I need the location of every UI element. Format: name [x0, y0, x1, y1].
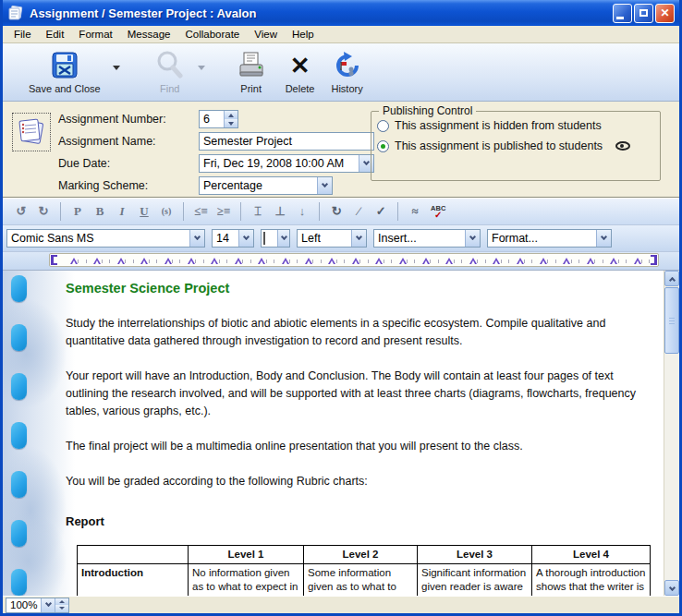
scroll-up-button[interactable]	[664, 271, 679, 286]
undo-icon[interactable]: ↺	[15, 204, 28, 219]
font-color-dropdown-button[interactable]	[277, 230, 289, 247]
find-button[interactable]: Find	[151, 47, 189, 96]
binding-pill-icon	[11, 324, 27, 351]
tab-stop-icon[interactable]: ⌶	[251, 204, 264, 219]
tab-stop-marker[interactable]	[188, 258, 195, 264]
italic-icon[interactable]: I	[116, 204, 128, 219]
tab-stop-marker[interactable]	[469, 258, 477, 264]
format-dropdown-button[interactable]	[596, 230, 611, 247]
font-color-combobox[interactable]	[261, 229, 290, 248]
marking-scheme-combobox[interactable]: Percentage	[199, 176, 333, 195]
zoom-down-button[interactable]	[55, 605, 68, 612]
maximize-button[interactable]	[634, 4, 653, 23]
tab-stop-marker[interactable]	[352, 258, 359, 264]
tab-stop-marker[interactable]	[540, 258, 547, 264]
plain-style-icon[interactable]: P	[71, 204, 84, 219]
ruler-left-margin-marker[interactable]	[51, 255, 57, 265]
tab-stop-marker[interactable]	[328, 258, 335, 264]
redo-icon[interactable]: ↻	[37, 204, 50, 219]
find-dropdown[interactable]	[195, 51, 208, 84]
menu-help[interactable]: Help	[285, 28, 322, 41]
font-size-dropdown-button[interactable]	[238, 230, 253, 247]
tab-stop-marker[interactable]	[93, 258, 101, 264]
ruler-right-margin-marker[interactable]	[651, 255, 657, 265]
font-family-combobox[interactable]: Comic Sans MS	[6, 229, 205, 248]
rotate-icon[interactable]: ↻	[330, 204, 343, 219]
tab-stop-marker[interactable]	[70, 258, 78, 264]
menu-message[interactable]: Message	[120, 28, 178, 41]
insert-dropdown-button[interactable]	[465, 230, 480, 247]
font-family-dropdown-button[interactable]	[189, 230, 204, 247]
vertical-scrollbar[interactable]	[664, 271, 679, 596]
zoom-control[interactable]: 100%	[6, 598, 69, 613]
zoom-dropdown-button[interactable]	[41, 598, 55, 612]
publish-option-published[interactable]: This assignment is published to students	[377, 136, 654, 156]
format-combobox[interactable]: Format...	[487, 229, 612, 248]
align-dropdown-button[interactable]	[351, 230, 366, 247]
document-content[interactable]: Semester Science Project Study the inter…	[66, 276, 656, 596]
tab-stop-marker[interactable]	[422, 258, 430, 264]
scrollbar-thumb[interactable]	[664, 287, 679, 354]
spin-down-button[interactable]	[225, 119, 237, 127]
menu-edit[interactable]: Edit	[39, 28, 72, 41]
menu-collaborate[interactable]: Collaborate	[177, 28, 247, 41]
signature-icon[interactable]: ≈	[408, 204, 421, 219]
tab-stop-marker[interactable]	[282, 258, 289, 264]
tab-stop-marker[interactable]	[445, 258, 453, 264]
close-button[interactable]: ✕	[655, 4, 675, 23]
tab-stop-marker[interactable]	[493, 258, 500, 264]
outdent-icon[interactable]: ≤≡	[194, 204, 208, 219]
ruler[interactable]	[49, 253, 659, 267]
tab-stop-marker[interactable]	[211, 258, 218, 264]
tab-stop-marker[interactable]	[140, 258, 148, 264]
save-and-close-dropdown[interactable]	[110, 51, 123, 84]
scrollbar-track[interactable]	[664, 355, 679, 580]
move-down-icon[interactable]: ↓	[296, 204, 309, 219]
insert-combobox[interactable]: Insert...	[373, 229, 481, 248]
tab-stop-marker[interactable]	[399, 258, 407, 264]
baseline-icon[interactable]: ⊥	[274, 204, 286, 219]
tab-stop-marker[interactable]	[258, 258, 265, 264]
publish-option-hidden[interactable]: This assignment is hidden from students	[377, 115, 654, 136]
tab-stop-marker[interactable]	[563, 258, 570, 264]
spin-up-button[interactable]	[225, 111, 237, 119]
tab-stop-marker[interactable]	[375, 258, 383, 264]
tab-stop-marker[interactable]	[164, 258, 172, 264]
menu-view[interactable]: View	[247, 28, 285, 41]
radio-hidden[interactable]	[377, 120, 389, 132]
document-page[interactable]: Semester Science Project Study the inter…	[3, 271, 664, 596]
tab-stop-marker[interactable]	[235, 258, 242, 264]
delete-button[interactable]: ✕ Delete	[282, 47, 319, 96]
underline-icon[interactable]: U	[138, 204, 151, 219]
align-combobox[interactable]: Left	[297, 229, 367, 248]
pencil-icon[interactable]: ∕	[352, 204, 365, 219]
binding-pill-icon	[11, 373, 27, 400]
tab-stop-marker[interactable]	[517, 258, 524, 264]
due-date-combobox[interactable]: Fri, Dec 19, 2008 10:00 AM	[199, 154, 374, 173]
tab-stop-marker[interactable]	[634, 258, 641, 264]
assignment-number-stepper[interactable]: 6	[199, 110, 238, 128]
font-size-combobox[interactable]: 14	[212, 229, 254, 248]
scroll-down-button[interactable]	[664, 580, 679, 596]
print-button[interactable]: Print	[232, 47, 271, 96]
spell-check-icon[interactable]: ABC ✓	[431, 205, 445, 218]
indent-icon[interactable]: ≥≡	[217, 204, 231, 219]
minimize-button[interactable]	[613, 4, 632, 23]
menu-format[interactable]: Format	[71, 28, 119, 41]
menu-file[interactable]: File	[6, 28, 39, 41]
assignment-item-icon[interactable]	[12, 113, 51, 151]
tab-stop-marker[interactable]	[587, 258, 594, 264]
bold-icon[interactable]: B	[93, 204, 106, 219]
accept-icon[interactable]: ✓	[374, 204, 387, 219]
zoom-up-button[interactable]	[55, 598, 68, 606]
save-and-close-button[interactable]: Save and Close	[25, 47, 104, 96]
assignment-name-field[interactable]: Semester Project	[199, 132, 374, 151]
marking-scheme-dropdown-button[interactable]	[317, 177, 332, 194]
tab-stop-marker[interactable]	[305, 258, 312, 264]
zoom-stepper[interactable]	[55, 598, 68, 612]
radio-published[interactable]	[377, 140, 389, 152]
strikethrough-icon[interactable]: (s)	[160, 204, 173, 219]
history-button[interactable]: History	[327, 47, 366, 96]
tab-stop-marker[interactable]	[117, 258, 125, 264]
tab-stop-marker[interactable]	[610, 258, 617, 264]
